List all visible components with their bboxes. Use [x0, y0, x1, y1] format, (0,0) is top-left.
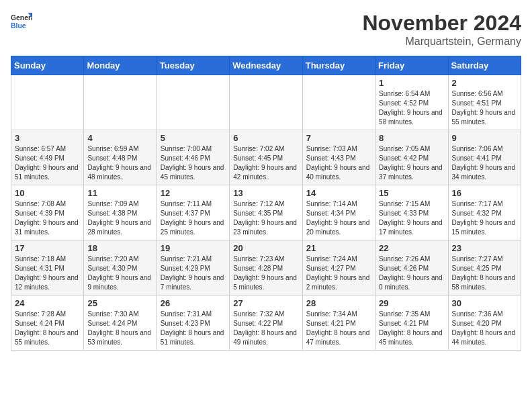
day-number: 23 — [452, 243, 517, 253]
day-number: 27 — [233, 298, 298, 308]
calendar-cell: 17Sunrise: 7:18 AM Sunset: 4:31 PM Dayli… — [11, 240, 84, 295]
day-number: 24 — [15, 298, 80, 308]
day-of-week-header: Monday — [84, 56, 157, 75]
day-number: 8 — [379, 133, 444, 143]
day-info: Sunrise: 7:32 AM Sunset: 4:22 PM Dayligh… — [233, 310, 298, 347]
calendar-cell: 27Sunrise: 7:32 AM Sunset: 4:22 PM Dayli… — [230, 295, 302, 351]
calendar-cell: 13Sunrise: 7:12 AM Sunset: 4:35 PM Dayli… — [230, 185, 302, 240]
day-number: 21 — [306, 243, 371, 253]
calendar-cell: 14Sunrise: 7:14 AM Sunset: 4:34 PM Dayli… — [302, 185, 375, 240]
day-number: 15 — [379, 188, 444, 198]
day-info: Sunrise: 7:00 AM Sunset: 4:46 PM Dayligh… — [161, 144, 226, 182]
calendar-cell: 19Sunrise: 7:21 AM Sunset: 4:29 PM Dayli… — [157, 240, 229, 295]
day-info: Sunrise: 7:17 AM Sunset: 4:32 PM Dayligh… — [452, 199, 517, 237]
day-info: Sunrise: 7:03 AM Sunset: 4:43 PM Dayligh… — [306, 144, 371, 182]
day-number: 4 — [87, 133, 152, 143]
calendar-table: SundayMondayTuesdayWednesdayThursdayFrid… — [11, 56, 521, 351]
day-info: Sunrise: 7:08 AM Sunset: 4:39 PM Dayligh… — [15, 199, 80, 237]
day-info: Sunrise: 7:34 AM Sunset: 4:21 PM Dayligh… — [306, 310, 371, 347]
calendar-cell: 15Sunrise: 7:15 AM Sunset: 4:33 PM Dayli… — [375, 185, 448, 240]
calendar-cell: 20Sunrise: 7:23 AM Sunset: 4:28 PM Dayli… — [230, 240, 302, 295]
day-of-week-header: Wednesday — [230, 56, 302, 75]
day-number: 3 — [15, 133, 80, 143]
logo-icon: General Blue — [11, 11, 32, 32]
day-number: 16 — [452, 188, 517, 198]
calendar-week-row: 1Sunrise: 6:54 AM Sunset: 4:52 PM Daylig… — [11, 75, 521, 130]
calendar-cell: 1Sunrise: 6:54 AM Sunset: 4:52 PM Daylig… — [375, 75, 448, 130]
calendar-cell: 24Sunrise: 7:28 AM Sunset: 4:24 PM Dayli… — [11, 295, 84, 351]
day-info: Sunrise: 7:28 AM Sunset: 4:24 PM Dayligh… — [15, 310, 80, 347]
calendar-cell: 23Sunrise: 7:27 AM Sunset: 4:25 PM Dayli… — [448, 240, 521, 295]
calendar-body: 1Sunrise: 6:54 AM Sunset: 4:52 PM Daylig… — [11, 75, 521, 351]
header: General Blue November 2024 Marquartstein… — [11, 11, 521, 48]
day-info: Sunrise: 7:15 AM Sunset: 4:33 PM Dayligh… — [379, 199, 444, 237]
day-number: 22 — [379, 243, 444, 253]
day-info: Sunrise: 7:23 AM Sunset: 4:28 PM Dayligh… — [233, 255, 298, 292]
day-number: 19 — [161, 243, 226, 253]
day-number: 13 — [233, 188, 298, 198]
day-info: Sunrise: 7:05 AM Sunset: 4:42 PM Dayligh… — [379, 144, 444, 182]
day-info: Sunrise: 7:20 AM Sunset: 4:30 PM Dayligh… — [87, 255, 152, 292]
day-of-week-header: Thursday — [302, 56, 375, 75]
day-number: 30 — [452, 298, 517, 308]
calendar-cell: 25Sunrise: 7:30 AM Sunset: 4:24 PM Dayli… — [84, 295, 157, 351]
day-info: Sunrise: 7:31 AM Sunset: 4:23 PM Dayligh… — [161, 310, 226, 347]
day-number: 6 — [233, 133, 298, 143]
day-number: 1 — [379, 78, 444, 88]
day-of-week-header: Friday — [375, 56, 448, 75]
calendar-cell: 18Sunrise: 7:20 AM Sunset: 4:30 PM Dayli… — [84, 240, 157, 295]
day-number: 5 — [161, 133, 226, 143]
calendar-week-row: 3Sunrise: 6:57 AM Sunset: 4:49 PM Daylig… — [11, 130, 521, 185]
logo: General Blue — [11, 11, 32, 32]
calendar-cell: 9Sunrise: 7:06 AM Sunset: 4:41 PM Daylig… — [448, 130, 521, 185]
day-info: Sunrise: 7:21 AM Sunset: 4:29 PM Dayligh… — [161, 255, 226, 292]
day-info: Sunrise: 7:36 AM Sunset: 4:20 PM Dayligh… — [452, 310, 517, 347]
calendar-cell — [230, 75, 302, 130]
day-number: 29 — [379, 298, 444, 308]
day-info: Sunrise: 7:35 AM Sunset: 4:21 PM Dayligh… — [379, 310, 444, 347]
day-number: 18 — [87, 243, 152, 253]
calendar-cell: 28Sunrise: 7:34 AM Sunset: 4:21 PM Dayli… — [302, 295, 375, 351]
calendar-cell: 6Sunrise: 7:02 AM Sunset: 4:45 PM Daylig… — [230, 130, 302, 185]
day-info: Sunrise: 7:27 AM Sunset: 4:25 PM Dayligh… — [452, 255, 517, 292]
day-info: Sunrise: 7:06 AM Sunset: 4:41 PM Dayligh… — [452, 144, 517, 182]
calendar-week-row: 24Sunrise: 7:28 AM Sunset: 4:24 PM Dayli… — [11, 295, 521, 351]
day-info: Sunrise: 7:26 AM Sunset: 4:26 PM Dayligh… — [379, 255, 444, 292]
day-number: 11 — [87, 188, 152, 198]
calendar-cell: 3Sunrise: 6:57 AM Sunset: 4:49 PM Daylig… — [11, 130, 84, 185]
day-info: Sunrise: 7:02 AM Sunset: 4:45 PM Dayligh… — [233, 144, 298, 182]
day-info: Sunrise: 6:54 AM Sunset: 4:52 PM Dayligh… — [379, 89, 444, 127]
day-number: 7 — [306, 133, 371, 143]
calendar-cell — [11, 75, 84, 130]
calendar-cell: 21Sunrise: 7:24 AM Sunset: 4:27 PM Dayli… — [302, 240, 375, 295]
day-number: 28 — [306, 298, 371, 308]
day-info: Sunrise: 6:56 AM Sunset: 4:51 PM Dayligh… — [452, 89, 517, 127]
calendar-cell — [302, 75, 375, 130]
day-info: Sunrise: 6:57 AM Sunset: 4:49 PM Dayligh… — [15, 144, 80, 182]
day-of-week-header: Sunday — [11, 56, 84, 75]
calendar-cell — [157, 75, 229, 130]
day-info: Sunrise: 7:12 AM Sunset: 4:35 PM Dayligh… — [233, 199, 298, 237]
day-number: 26 — [161, 298, 226, 308]
day-number: 14 — [306, 188, 371, 198]
day-info: Sunrise: 6:59 AM Sunset: 4:48 PM Dayligh… — [87, 144, 152, 182]
svg-text:Blue: Blue — [11, 22, 26, 30]
calendar-cell: 7Sunrise: 7:03 AM Sunset: 4:43 PM Daylig… — [302, 130, 375, 185]
calendar-cell: 2Sunrise: 6:56 AM Sunset: 4:51 PM Daylig… — [448, 75, 521, 130]
day-number: 12 — [161, 188, 226, 198]
day-number: 20 — [233, 243, 298, 253]
calendar-cell: 29Sunrise: 7:35 AM Sunset: 4:21 PM Dayli… — [375, 295, 448, 351]
day-number: 25 — [87, 298, 152, 308]
day-info: Sunrise: 7:09 AM Sunset: 4:38 PM Dayligh… — [87, 199, 152, 237]
location: Marquartstein, Germany — [362, 36, 521, 48]
day-number: 9 — [452, 133, 517, 143]
day-info: Sunrise: 7:24 AM Sunset: 4:27 PM Dayligh… — [306, 255, 371, 292]
day-info: Sunrise: 7:11 AM Sunset: 4:37 PM Dayligh… — [161, 199, 226, 237]
month-title: November 2024 — [362, 11, 521, 36]
calendar-week-row: 17Sunrise: 7:18 AM Sunset: 4:31 PM Dayli… — [11, 240, 521, 295]
calendar-cell: 5Sunrise: 7:00 AM Sunset: 4:46 PM Daylig… — [157, 130, 229, 185]
calendar-cell: 10Sunrise: 7:08 AM Sunset: 4:39 PM Dayli… — [11, 185, 84, 240]
calendar-cell: 8Sunrise: 7:05 AM Sunset: 4:42 PM Daylig… — [375, 130, 448, 185]
day-info: Sunrise: 7:30 AM Sunset: 4:24 PM Dayligh… — [87, 310, 152, 347]
calendar-cell: 16Sunrise: 7:17 AM Sunset: 4:32 PM Dayli… — [448, 185, 521, 240]
